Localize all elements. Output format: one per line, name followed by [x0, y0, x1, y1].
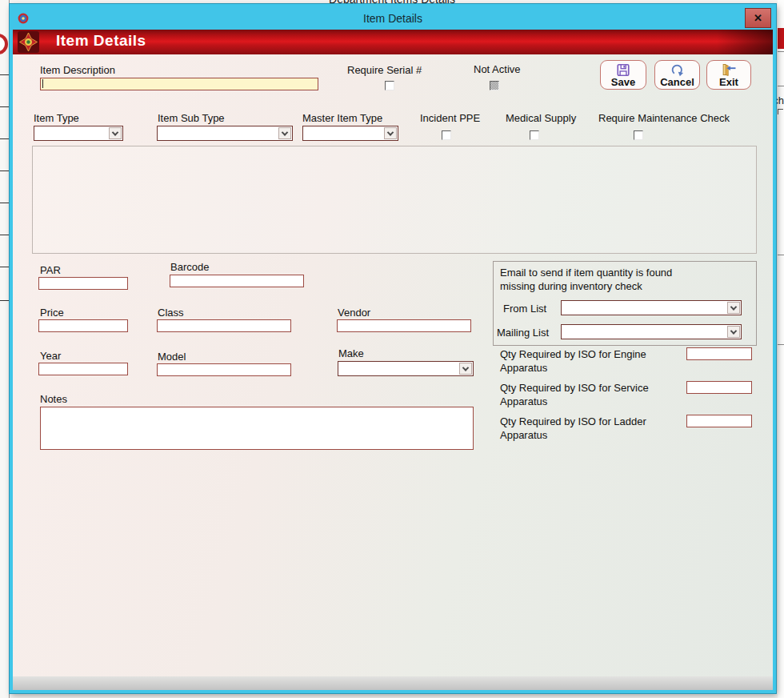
cancel-button-label: Cancel [655, 76, 699, 88]
class-input[interactable] [157, 319, 291, 332]
close-button[interactable]: ✕ [745, 8, 771, 28]
save-floppy-icon [616, 63, 630, 77]
item-description-label: Item Description [40, 64, 115, 76]
chevron-down-icon[interactable] [109, 127, 122, 139]
item-details-dialog: Item Details ✕ Item Details Item Descrip… [10, 4, 776, 693]
item-sub-type-label: Item Sub Type [158, 112, 225, 124]
barcode-label: Barcode [170, 261, 209, 273]
master-item-type-dropdown[interactable] [302, 126, 398, 141]
class-label: Class [158, 307, 184, 319]
page-title: Item Details [56, 32, 146, 50]
save-button-label: Save [601, 76, 646, 88]
chevron-down-icon[interactable] [384, 127, 397, 139]
cancel-undo-icon [670, 63, 685, 77]
chevron-down-icon[interactable] [727, 302, 740, 314]
background-clipped-checkbox [778, 109, 783, 114]
item-description-input[interactable] [40, 78, 318, 90]
mailing-list-dropdown[interactable] [561, 324, 742, 339]
qty-engine-input[interactable] [686, 347, 752, 360]
text-caret [42, 79, 43, 88]
fire-department-logo-icon [18, 31, 39, 53]
from-list-dropdown[interactable] [561, 300, 742, 315]
not-active-label: Not Active [474, 63, 521, 75]
require-serial-label: Require Serial # [347, 64, 422, 76]
form-content: Item Description Require Serial # Not Ac… [13, 54, 773, 690]
model-label: Model [158, 351, 186, 363]
vendor-input[interactable] [337, 319, 471, 332]
exit-button[interactable]: Exit [706, 60, 751, 90]
mailing-list-label: Mailing List [497, 327, 549, 339]
qty-ladder-label-line2: Apparatus [500, 429, 547, 441]
email-panel-text-line1: Email to send if item quantity is found [500, 267, 672, 279]
qty-service-input[interactable] [686, 381, 752, 394]
qty-engine-label-line2: Apparatus [500, 362, 547, 374]
item-type-dropdown[interactable] [34, 126, 123, 141]
qty-service-label-line1: Qty Required by ISO for Service [500, 382, 649, 394]
require-maintenance-checkbox[interactable] [634, 130, 643, 140]
make-label: Make [338, 347, 364, 359]
header-banner: Item Details [13, 30, 773, 54]
dialog-bottom-shading [13, 676, 773, 690]
require-serial-checkbox[interactable] [385, 81, 394, 90]
par-label: PAR [40, 264, 61, 276]
qty-ladder-label-line1: Qty Required by ISO for Ladder [500, 415, 646, 427]
vendor-label: Vendor [338, 307, 370, 319]
email-panel-text-line2: missing during inventory check [500, 280, 642, 292]
background-right-sliver: ch [778, 0, 784, 698]
chevron-down-icon[interactable] [727, 326, 740, 338]
price-input[interactable] [38, 319, 128, 332]
dialog-titlebar[interactable]: Item Details ✕ [13, 7, 773, 30]
year-label: Year [40, 350, 61, 362]
item-sub-type-dropdown[interactable] [157, 126, 293, 141]
save-button[interactable]: Save [600, 60, 646, 90]
master-item-type-label: Master Item Type [302, 112, 382, 124]
medical-supply-checkbox[interactable] [530, 130, 539, 140]
incident-ppe-label: Incident PPE [420, 112, 480, 124]
from-list-label: From List [503, 303, 546, 315]
qty-engine-label-line1: Qty Required by ISO for Engine [500, 348, 646, 360]
incident-ppe-checkbox[interactable] [442, 130, 451, 140]
background-logo-fragment [0, 34, 8, 54]
background-left-sliver [0, 0, 10, 698]
app-emblem-icon [18, 13, 29, 24]
make-dropdown[interactable] [338, 361, 474, 376]
require-maintenance-label: Require Maintenance Check [598, 112, 730, 124]
chevron-down-icon[interactable] [459, 363, 472, 375]
exit-door-icon [721, 63, 737, 77]
cancel-button[interactable]: Cancel [654, 60, 700, 90]
notes-label: Notes [40, 393, 67, 405]
not-active-checkbox[interactable] [490, 81, 499, 90]
qty-ladder-input[interactable] [686, 415, 752, 427]
year-input[interactable] [38, 363, 128, 375]
dialog-title: Item Details [13, 12, 773, 25]
price-label: Price [40, 307, 64, 319]
item-type-label: Item Type [34, 112, 79, 124]
exit-button-label: Exit [707, 76, 750, 88]
medical-supply-label: Medical Supply [506, 112, 576, 124]
qty-service-label-line2: Apparatus [500, 395, 547, 407]
model-input[interactable] [157, 363, 291, 376]
barcode-input[interactable] [170, 275, 304, 287]
par-input[interactable] [38, 277, 128, 290]
notes-textarea[interactable] [40, 407, 474, 450]
item-detail-list-box[interactable] [32, 146, 757, 254]
email-notification-panel: Email to send if item quantity is found … [493, 261, 757, 346]
chevron-down-icon[interactable] [278, 127, 291, 139]
